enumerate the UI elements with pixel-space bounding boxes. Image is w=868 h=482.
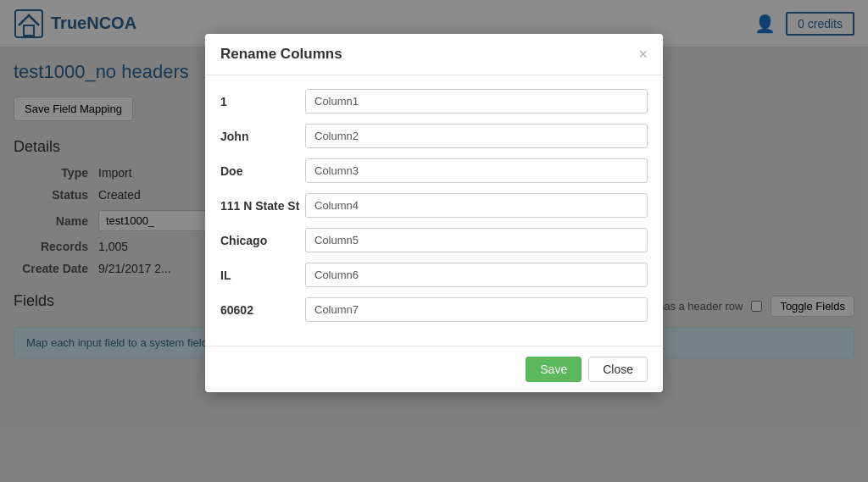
modal-row-input-3[interactable]	[305, 193, 648, 218]
modal-row-label-1: John	[220, 130, 305, 143]
modal-save-button[interactable]: Save	[526, 357, 581, 372]
modal-body: 1JohnDoe111 N State StChicagoIL60602	[205, 75, 663, 346]
modal-row-input-6[interactable]	[305, 297, 648, 322]
modal-row: IL	[220, 263, 648, 287]
modal-row-input-2[interactable]	[305, 158, 648, 183]
modal-row: Doe	[220, 158, 648, 183]
modal-footer: Save Close	[205, 346, 663, 372]
modal-row-label-3: 111 N State St	[220, 199, 305, 213]
modal-row-input-0[interactable]	[305, 89, 648, 114]
modal-close-button[interactable]: Close	[588, 357, 648, 372]
modal-row-input-1[interactable]	[305, 124, 648, 148]
modal-close-x-button[interactable]: ×	[638, 47, 648, 62]
rename-columns-modal: Rename Columns × 1JohnDoe111 N State StC…	[205, 34, 663, 372]
modal-row-label-0: 1	[220, 95, 305, 108]
modal-row: 1	[220, 89, 648, 114]
modal-overlay: Rename Columns × 1JohnDoe111 N State StC…	[0, 0, 868, 372]
modal-title: Rename Columns	[220, 46, 342, 63]
modal-row-label-2: Doe	[220, 164, 305, 178]
modal-row-label-4: Chicago	[220, 234, 305, 247]
modal-row: John	[220, 124, 648, 148]
modal-row: 60602	[220, 297, 648, 322]
modal-header: Rename Columns ×	[205, 34, 663, 75]
modal-row-input-5[interactable]	[305, 263, 648, 287]
modal-row: 111 N State St	[220, 193, 648, 218]
modal-row: Chicago	[220, 228, 648, 252]
modal-row-input-4[interactable]	[305, 228, 648, 252]
modal-row-label-5: IL	[220, 269, 305, 282]
modal-row-label-6: 60602	[220, 303, 305, 317]
